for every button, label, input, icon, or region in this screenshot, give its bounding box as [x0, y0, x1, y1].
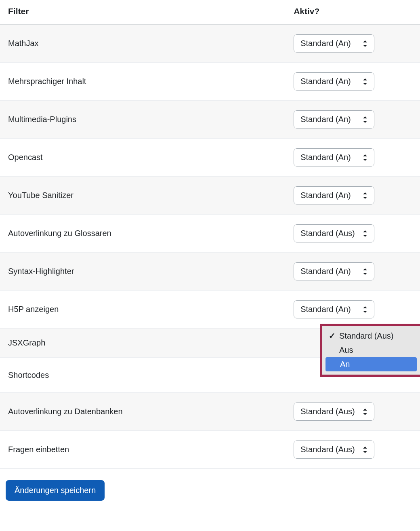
active-select[interactable]: Standard (An)	[294, 300, 374, 318]
table-row: Autoverlinkung zu Datenbanken Standard (…	[0, 393, 420, 431]
active-select[interactable]: Standard (Aus)	[294, 224, 374, 242]
filter-name: Multimedia-Plugins	[0, 101, 286, 139]
filter-name: Opencast	[0, 139, 286, 177]
select-value: Standard (An)	[300, 39, 351, 48]
select-value: Standard (Aus)	[300, 407, 355, 416]
select-value: Standard (An)	[300, 153, 351, 162]
filter-name: YouTube Sanitizer	[0, 177, 286, 215]
filter-name: JSXGraph	[0, 329, 286, 358]
sort-icon	[363, 447, 368, 453]
sort-icon	[363, 306, 368, 313]
option-label: An	[340, 360, 350, 369]
active-select[interactable]: Standard (An)	[294, 34, 374, 53]
sort-icon	[363, 409, 368, 415]
select-value: Standard (An)	[300, 267, 351, 276]
dropdown-option[interactable]: Aus	[325, 343, 418, 357]
save-button[interactable]: Änderungen speichern	[6, 480, 105, 501]
sort-icon	[363, 154, 368, 161]
filter-name: Autoverlinkung zu Glossaren	[0, 215, 286, 253]
dropdown-option[interactable]: ✓ Standard (Aus)	[325, 329, 418, 343]
sort-icon	[363, 230, 368, 237]
sort-icon	[363, 78, 368, 85]
active-select[interactable]: Standard (Aus)	[294, 402, 374, 421]
filter-name: H5P anzeigen	[0, 291, 286, 329]
active-select[interactable]: Standard (An)	[294, 186, 374, 204]
table-row: Opencast Standard (An)	[0, 139, 420, 177]
header-filter: Filter	[0, 0, 286, 25]
option-label: Standard (Aus)	[339, 331, 394, 341]
table-row: Autoverlinkung zu Glossaren Standard (Au…	[0, 215, 420, 253]
active-select[interactable]: Standard (An)	[294, 148, 374, 166]
table-row: MathJax Standard (An)	[0, 25, 420, 63]
table-row: H5P anzeigen Standard (An)	[0, 291, 420, 329]
filter-name: Mehrsprachiger Inhalt	[0, 63, 286, 101]
table-row: JSXGraph ✓ Standard (Aus) Aus	[0, 329, 420, 358]
sort-icon	[363, 40, 368, 47]
sort-icon	[363, 192, 368, 199]
sort-icon	[363, 268, 368, 275]
select-value: Standard (Aus)	[300, 445, 355, 454]
table-row: Mehrsprachiger Inhalt Standard (An)	[0, 63, 420, 101]
table-row: Syntax-Highlighter Standard (An)	[0, 253, 420, 291]
select-value: Standard (Aus)	[300, 229, 355, 238]
filter-name: Shortcodes	[0, 358, 286, 393]
active-select[interactable]: Standard (An)	[294, 262, 374, 280]
select-value: Standard (An)	[300, 191, 351, 200]
filter-name: Fragen einbetten	[0, 431, 286, 469]
filter-name: MathJax	[0, 25, 286, 63]
active-select[interactable]: Standard (An)	[294, 72, 374, 91]
table-header-row: Filter Aktiv?	[0, 0, 420, 25]
header-active: Aktiv?	[286, 0, 420, 25]
select-value: Standard (An)	[300, 115, 351, 124]
dropdown-listbox: ✓ Standard (Aus) Aus An	[325, 329, 418, 371]
active-select[interactable]: Standard (Aus)	[294, 440, 374, 459]
filter-name: Autoverlinkung zu Datenbanken	[0, 393, 286, 431]
table-row: YouTube Sanitizer Standard (An)	[0, 177, 420, 215]
dropdown-option[interactable]: An	[326, 357, 417, 371]
filter-name: Syntax-Highlighter	[0, 253, 286, 291]
select-value: Standard (An)	[300, 77, 351, 86]
filter-table: Filter Aktiv? MathJax Standard (An) Mehr…	[0, 0, 420, 469]
sort-icon	[363, 116, 368, 123]
table-row: Multimedia-Plugins Standard (An)	[0, 101, 420, 139]
active-select[interactable]: Standard (An)	[294, 110, 374, 129]
table-row: Fragen einbetten Standard (Aus)	[0, 431, 420, 469]
select-value: Standard (An)	[300, 305, 351, 314]
check-icon: ✓	[328, 331, 336, 341]
active-select-open[interactable]: ✓ Standard (Aus) Aus An	[320, 324, 420, 377]
option-label: Aus	[339, 346, 353, 355]
